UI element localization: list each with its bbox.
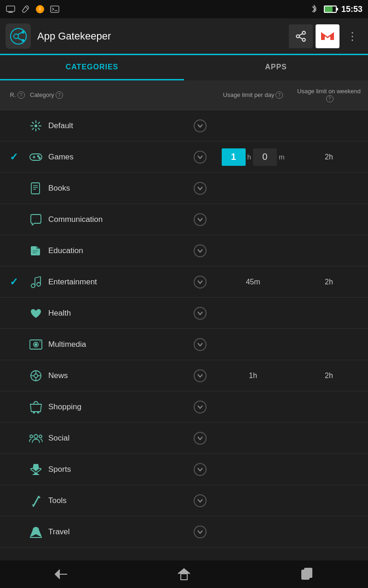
usage-weekend-help[interactable]: ? <box>326 95 334 102</box>
usage-day-text-entertainment: 45m <box>246 278 260 286</box>
usage-weekend-text-entertainment: 2h <box>325 278 333 286</box>
mins-input-games[interactable] <box>253 148 277 166</box>
usage-weekend-entertainment: 2h <box>294 278 363 286</box>
category-row-communication[interactable]: Communication <box>0 204 368 235</box>
category-row-news[interactable]: News1h2h <box>0 360 368 391</box>
usage-weekend-text-games: 2h <box>325 153 333 161</box>
overflow-menu-button[interactable]: ⋮ <box>342 25 362 47</box>
status-time: 15:53 <box>341 5 362 14</box>
dropdown-circle-games[interactable] <box>194 151 207 164</box>
svg-point-55 <box>34 435 38 438</box>
appbar-actions: ⋮ <box>289 24 362 48</box>
category-row-multimedia[interactable]: Multimedia <box>0 329 368 360</box>
dropdown-circle-social[interactable] <box>194 432 207 445</box>
category-row-entertainment[interactable]: ✓Entertainment45m2h <box>0 266 368 298</box>
recents-button[interactable] <box>288 563 325 586</box>
category-row-travel[interactable]: Travel <box>0 516 368 548</box>
category-row-health[interactable]: Health <box>0 298 368 329</box>
dropdown-circle-travel[interactable] <box>194 526 207 538</box>
category-row-shopping[interactable]: Shopping <box>0 391 368 423</box>
dropdown-books[interactable] <box>189 182 212 195</box>
status-right-icons: 15:53 <box>309 4 362 14</box>
dropdown-communication[interactable] <box>189 213 212 226</box>
gmail-button[interactable] <box>316 24 339 48</box>
category-row-sports[interactable]: Sports <box>0 454 368 485</box>
dropdown-health[interactable] <box>189 307 212 320</box>
dropdown-circle-entertainment[interactable] <box>194 276 207 288</box>
category-row-education[interactable]: Education <box>0 235 368 266</box>
tab-apps[interactable]: APPS <box>184 55 368 80</box>
category-header: Category? <box>30 91 212 99</box>
cat-icon-multimedia <box>23 339 48 350</box>
dropdown-tools[interactable] <box>189 494 212 507</box>
cat-name-multimedia: Multimedia <box>48 340 189 349</box>
dropdown-education[interactable] <box>189 244 212 257</box>
cat-name-communication: Communication <box>48 215 189 224</box>
svg-line-16 <box>299 34 302 35</box>
status-bar: ! 15:53 <box>0 0 368 18</box>
svg-line-3 <box>26 7 28 9</box>
hours-input-games[interactable] <box>222 148 246 166</box>
bluetooth-icon <box>309 4 319 14</box>
svg-line-24 <box>38 128 40 130</box>
category-row-books[interactable]: Books <box>0 173 368 204</box>
category-help[interactable]: ? <box>56 91 63 99</box>
svg-point-11 <box>22 39 24 42</box>
table-header: R.? Category? Usage limit per day? Usage… <box>0 80 368 110</box>
cat-name-news: News <box>48 371 189 380</box>
svg-point-39 <box>37 283 40 286</box>
cat-name-travel: Travel <box>48 527 189 537</box>
cat-name-books: Books <box>48 184 189 193</box>
svg-point-12 <box>302 31 305 34</box>
cat-icon-health <box>23 308 48 319</box>
svg-point-31 <box>39 157 40 158</box>
cat-icon-books <box>23 182 48 194</box>
dropdown-news[interactable] <box>189 369 212 382</box>
category-row-games[interactable]: ✓Games h m 2h <box>0 141 368 173</box>
svg-rect-32 <box>31 183 40 194</box>
cat-icon-default <box>23 119 48 132</box>
dropdown-multimedia[interactable] <box>189 338 212 351</box>
dropdown-circle-health[interactable] <box>194 307 207 320</box>
dropdown-circle-books[interactable] <box>194 182 207 195</box>
cat-icon-entertainment <box>23 276 48 288</box>
svg-point-10 <box>22 31 24 34</box>
cat-icon-news <box>23 370 48 382</box>
dropdown-circle-news[interactable] <box>194 369 207 382</box>
svg-rect-4 <box>51 6 59 12</box>
dropdown-circle-sports[interactable] <box>194 463 207 476</box>
cat-name-games: Games <box>48 153 189 162</box>
usage-day-entertainment: 45m <box>212 278 294 286</box>
dropdown-circle-education[interactable] <box>194 244 207 257</box>
back-button[interactable] <box>43 563 80 586</box>
cat-icon-shopping <box>23 401 48 413</box>
usage-day-help[interactable]: ? <box>276 91 283 99</box>
dropdown-travel[interactable] <box>189 526 212 538</box>
cat-name-sports: Sports <box>48 465 189 474</box>
home-button[interactable] <box>166 563 202 586</box>
category-row-default[interactable]: Default <box>0 110 368 141</box>
usage-day-text-news: 1h <box>249 372 257 380</box>
dropdown-circle-tools[interactable] <box>194 494 207 507</box>
usage-day-news: 1h <box>212 372 294 380</box>
svg-point-13 <box>296 34 299 38</box>
check-col-entertainment: ✓ <box>5 276 23 288</box>
app-title: App Gatekeeper <box>37 30 289 42</box>
svg-point-57 <box>39 435 42 438</box>
dropdown-default[interactable] <box>189 119 212 132</box>
category-row-tools[interactable]: Tools <box>0 485 368 516</box>
dropdown-social[interactable] <box>189 432 212 445</box>
dropdown-games[interactable] <box>189 151 212 164</box>
dropdown-entertainment[interactable] <box>189 276 212 288</box>
dropdown-shopping[interactable] <box>189 401 212 413</box>
category-row-social[interactable]: Social <box>0 423 368 454</box>
share-button[interactable] <box>289 24 313 48</box>
dropdown-circle-shopping[interactable] <box>194 401 207 413</box>
dropdown-circle-communication[interactable] <box>194 213 207 226</box>
dropdown-sports[interactable] <box>189 463 212 476</box>
dropdown-circle-multimedia[interactable] <box>194 338 207 351</box>
dropdown-circle-default[interactable] <box>194 119 207 132</box>
tab-categories[interactable]: CATEGORIES <box>0 55 184 80</box>
rank-help[interactable]: ? <box>17 91 25 99</box>
category-list: Default✓Games h m 2hBooksCommunicationEd… <box>0 110 368 560</box>
